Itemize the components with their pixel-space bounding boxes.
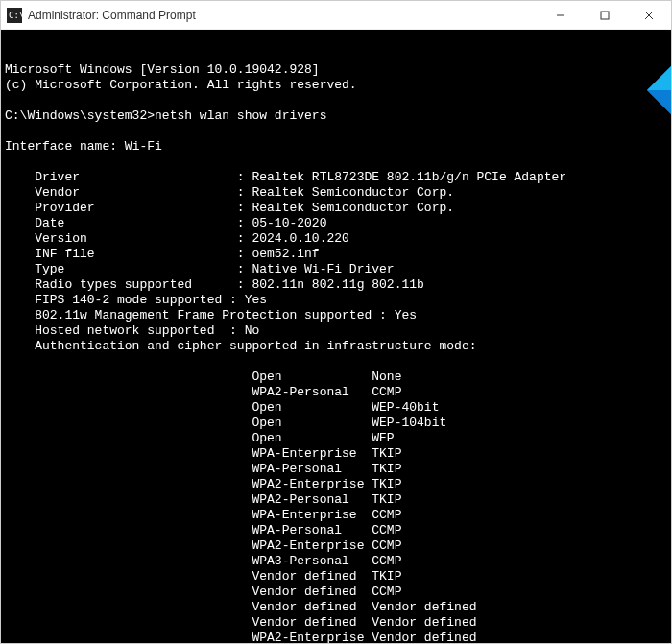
driver-info-block: Driver : Realtek RTL8723DE 802.11b/g/n P… [5, 170, 566, 353]
window-title: Administrator: Command Prompt [28, 9, 539, 22]
close-button[interactable] [627, 1, 671, 29]
command-prompt-window: C:\ Administrator: Command Prompt [0, 0, 672, 644]
windows-logo-icon [602, 51, 650, 99]
titlebar: C:\ Administrator: Command Prompt [1, 1, 671, 30]
window-controls [539, 1, 671, 29]
header-line: Microsoft Windows [Version 10.0.19042.92… [5, 62, 320, 77]
svg-text:C:\: C:\ [9, 11, 22, 20]
terminal-output[interactable]: Microsoft Windows [Version 10.0.19042.92… [1, 30, 671, 643]
svg-marker-8 [647, 66, 671, 90]
copyright-line: (c) Microsoft Corporation. All rights re… [5, 78, 357, 92]
interface-line: Interface name: Wi-Fi [5, 139, 162, 154]
svg-marker-11 [647, 90, 671, 114]
svg-rect-3 [601, 12, 609, 19]
maximize-button[interactable] [583, 1, 627, 29]
prompt-line: C:\Windows\system32>netsh wlan show driv… [5, 108, 326, 123]
cipher-list: Open None WPA2-Personal CCMP Open WEP-40… [5, 370, 476, 643]
cmd-icon: C:\ [7, 8, 22, 23]
minimize-button[interactable] [539, 1, 583, 29]
